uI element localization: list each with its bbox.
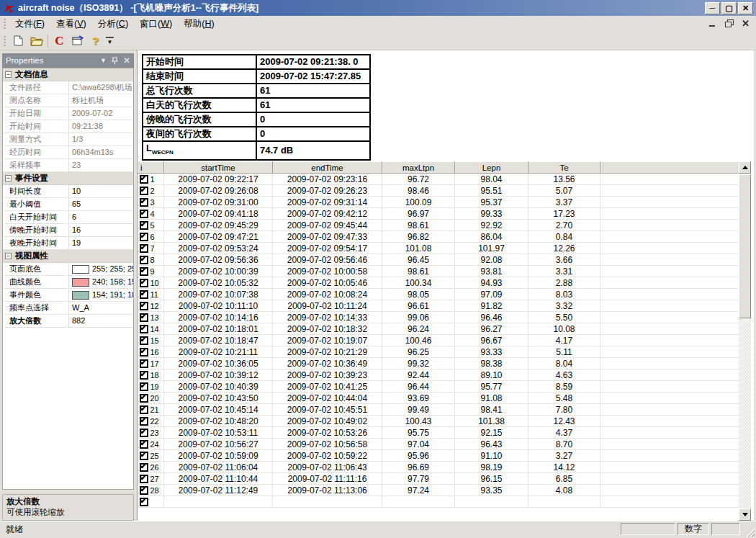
property-row[interactable]: 傍晚开始时间16 [3, 224, 133, 237]
close-icon[interactable]: ✕ [123, 55, 130, 66]
row-checkbox[interactable]: ✔ [140, 187, 148, 195]
property-row[interactable]: 采样频率23 [3, 159, 133, 172]
property-value[interactable]: 154; 191; 181 [69, 289, 133, 301]
property-row[interactable]: 文件路径C:\awa6298\机场 [3, 81, 133, 94]
mdi-restore-icon[interactable] [724, 19, 734, 28]
scroll-up-icon[interactable] [739, 161, 751, 174]
mdi-minimize-icon[interactable] [708, 19, 717, 28]
row-checkbox[interactable]: ✔ [140, 498, 148, 506]
row-checkbox[interactable]: ✔ [140, 348, 148, 357]
row-checkbox[interactable]: ✔ [140, 198, 148, 207]
property-value[interactable]: 栎社机场 [69, 94, 133, 107]
properties-icon[interactable] [69, 33, 86, 49]
menu-item-h[interactable]: 帮助(H) [178, 17, 220, 32]
event-row[interactable]: ✔172009-07-02 10:36:052009-07-02 10:36:4… [138, 358, 739, 369]
row-checkbox[interactable]: ✔ [140, 210, 148, 218]
row-checkbox[interactable]: ✔ [140, 336, 148, 345]
property-row[interactable]: 放大倍数882 [3, 315, 133, 328]
property-value[interactable]: 240; 158; 158 [69, 276, 133, 288]
property-section-header[interactable]: −文档信息 [3, 68, 133, 81]
row-checkbox[interactable]: ✔ [140, 440, 148, 449]
property-row[interactable]: 页面底色255; 255; 255 [3, 263, 133, 276]
row-checkbox[interactable]: ✔ [140, 256, 148, 264]
row-checkbox[interactable]: ✔ [140, 290, 148, 299]
row-checkbox[interactable]: ✔ [140, 429, 148, 437]
event-row[interactable]: ✔272009-07-02 11:10:442009-07-02 11:11:1… [138, 473, 739, 485]
row-checkbox[interactable]: ✔ [140, 279, 148, 287]
property-value[interactable]: 23 [69, 159, 133, 171]
property-row[interactable]: 最小阈值65 [3, 198, 133, 211]
property-section-header[interactable]: −视图属性 [3, 250, 133, 263]
event-row[interactable]: ✔162009-07-02 10:21:112009-07-02 10:21:2… [138, 346, 739, 358]
event-row[interactable]: ✔252009-07-02 10:59:092009-07-02 10:59:2… [138, 450, 739, 462]
dropdown-icon[interactable]: ▼ [100, 57, 107, 64]
event-row-partial[interactable]: ✔ [138, 496, 739, 508]
row-checkbox[interactable]: ✔ [140, 267, 148, 276]
row-checkbox[interactable]: ✔ [140, 486, 148, 495]
property-row[interactable]: 频率点选择W_A [3, 302, 133, 315]
menu-grip-handle[interactable] [4, 19, 6, 29]
property-value[interactable]: 255; 255; 255 [69, 263, 133, 275]
property-value[interactable]: 06h34m13s [69, 146, 133, 158]
event-row[interactable]: ✔42009-07-02 09:41:182009-07-02 09:42:12… [138, 208, 739, 220]
event-row[interactable]: ✔12009-07-02 09:22:172009-07-02 09:23:16… [138, 174, 739, 185]
event-row[interactable]: ✔82009-07-02 09:56:362009-07-02 09:56:46… [138, 254, 739, 266]
event-row[interactable]: ✔212009-07-02 10:45:142009-07-02 10:45:5… [138, 404, 739, 416]
row-checkbox[interactable]: ✔ [140, 302, 148, 310]
row-checkbox[interactable]: ✔ [140, 244, 148, 253]
property-value[interactable]: 6 [69, 211, 133, 223]
event-row[interactable]: ✔92009-07-02 10:00:392009-07-02 10:00:58… [138, 266, 739, 277]
row-checkbox[interactable]: ✔ [140, 221, 148, 230]
column-header-Lepn[interactable]: Lepn [455, 162, 528, 174]
event-row[interactable]: ✔102009-07-02 10:05:322009-07-02 10:05:4… [138, 277, 739, 289]
row-checkbox[interactable]: ✔ [140, 371, 148, 380]
property-row[interactable]: 开始时间09:21:38 [3, 120, 133, 133]
event-row[interactable]: ✔122009-07-02 10:11:102009-07-02 10:11:2… [138, 300, 739, 312]
maximize-icon[interactable]: ▢ [721, 2, 737, 14]
property-value[interactable]: W_A [69, 302, 133, 314]
scrollbar-thumb[interactable] [739, 174, 751, 318]
column-header-maxLtpn[interactable]: maxLtpn [382, 162, 455, 174]
property-value[interactable]: 2009-07-02 [69, 107, 133, 120]
row-checkbox[interactable]: ✔ [140, 475, 148, 483]
property-row[interactable]: 测点名称栎社机场 [3, 94, 133, 107]
property-row[interactable]: 时间长度10 [3, 185, 133, 198]
property-row[interactable]: 夜晚开始时间19 [3, 237, 133, 250]
resize-grip[interactable] [745, 527, 755, 537]
column-header-Te[interactable]: Te [528, 162, 600, 174]
color-swatch[interactable] [72, 278, 89, 287]
property-row[interactable]: 事件颜色154; 191; 181 [3, 289, 133, 302]
property-row[interactable]: 测量方式1/3 [3, 133, 133, 146]
toolbar-grip-handle[interactable] [4, 36, 6, 46]
event-row[interactable]: ✔152009-07-02 10:18:472009-07-02 10:19:0… [138, 335, 739, 346]
column-header-startTime[interactable]: startTime [164, 162, 273, 174]
row-checkbox[interactable]: ✔ [140, 325, 148, 333]
event-row[interactable]: ✔192009-07-02 10:40:392009-07-02 10:41:2… [138, 381, 739, 393]
properties-panel-header[interactable]: Properties ▼ ✕ [2, 53, 134, 68]
row-checkbox[interactable]: ✔ [140, 233, 148, 241]
collapse-icon[interactable]: − [5, 175, 12, 181]
row-checkbox[interactable]: ✔ [140, 417, 148, 426]
event-row[interactable]: ✔22009-07-02 09:26:082009-07-02 09:26:23… [138, 185, 739, 197]
mdi-close-icon[interactable]: ✕ [741, 19, 750, 28]
property-row[interactable]: 经历时间06h34m13s [3, 146, 133, 159]
open-folder-icon[interactable] [28, 33, 45, 49]
new-document-icon[interactable] [10, 33, 27, 49]
event-row[interactable]: ✔72009-07-02 09:53:242009-07-02 09:54:17… [138, 243, 739, 254]
minimize-icon[interactable]: ─ [705, 2, 720, 14]
column-header-endTime[interactable]: endTime [273, 162, 382, 174]
event-row[interactable]: ✔242009-07-02 10:56:272009-07-02 10:56:5… [138, 439, 739, 450]
pin-icon[interactable] [112, 57, 118, 65]
toolbar-overflow-icon[interactable]: ▼ [106, 37, 114, 45]
row-checkbox[interactable]: ✔ [140, 394, 148, 403]
property-value[interactable]: 19 [69, 237, 133, 249]
event-row[interactable]: ✔32009-07-02 09:31:002009-07-02 09:31:14… [138, 197, 739, 208]
property-section-header[interactable]: −事件设置 [3, 172, 133, 185]
event-row[interactable]: ✔222009-07-02 10:48:202009-07-02 10:49:0… [138, 416, 739, 427]
property-value[interactable]: C:\awa6298\机场 [69, 81, 133, 94]
event-row[interactable]: ✔132009-07-02 10:14:162009-07-02 10:14:3… [138, 312, 739, 323]
property-value[interactable]: 65 [69, 198, 133, 210]
scroll-down-icon[interactable] [739, 508, 751, 521]
row-checkbox[interactable]: ✔ [140, 382, 148, 391]
row-checkbox[interactable]: ✔ [140, 313, 148, 322]
